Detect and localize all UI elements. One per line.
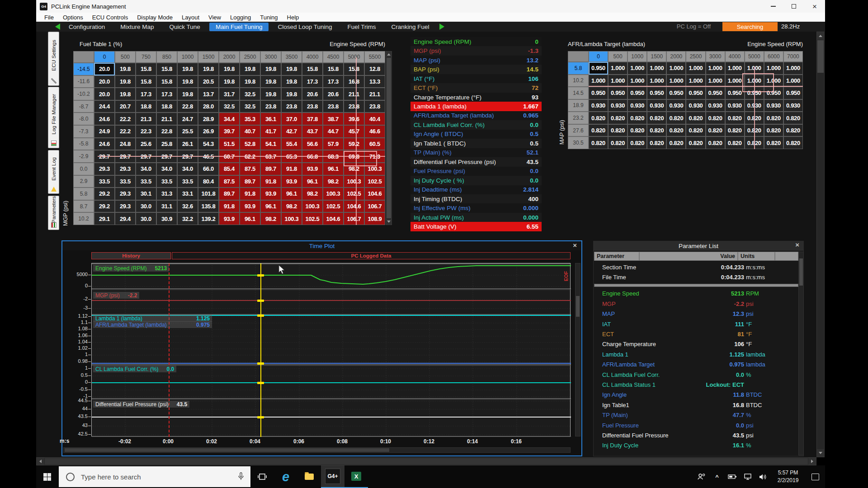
table-cell[interactable]: 1.000 xyxy=(686,75,705,87)
table-cell[interactable]: 66.0 xyxy=(198,163,219,175)
param-row-ign-angle[interactable]: Ign Angle11.8BTDC xyxy=(594,390,798,400)
table-cell[interactable]: 29.3 xyxy=(94,163,115,175)
table-cell[interactable]: 0.930 xyxy=(686,99,705,112)
table-cell[interactable]: 1.000 xyxy=(627,62,647,75)
column-header-3000[interactable]: 3000 xyxy=(706,51,725,62)
table-cell[interactable]: 30.0 xyxy=(136,200,156,213)
column-header-4500[interactable]: 4500 xyxy=(323,51,344,63)
table-cell[interactable]: 1.000 xyxy=(666,75,686,87)
table-cell[interactable]: 0.820 xyxy=(608,112,627,124)
sidebar-tab-ecu-settings[interactable]: ECU Settings xyxy=(48,32,59,86)
table-cell[interactable]: 21.1 xyxy=(364,88,385,100)
runtime-row-batt-voltage-v[interactable]: Batt Voltage (V)6.55 xyxy=(410,222,542,231)
table-cell[interactable]: 40.7 xyxy=(240,125,260,138)
table-corner-cell[interactable] xyxy=(568,51,589,62)
table-cell[interactable]: 20.6 xyxy=(302,88,323,100)
table-cell[interactable]: 32.5 xyxy=(219,100,240,113)
runtime-row-ign-angle-btdc[interactable]: Ign Angle ( BTDC)0.5 xyxy=(410,130,542,139)
table-cell[interactable]: 30.0 xyxy=(136,212,156,225)
table-cell[interactable]: 20.0 xyxy=(94,88,115,100)
column-header-1000[interactable]: 1000 xyxy=(177,51,198,63)
runtime-row-iat-f[interactable]: IAT (°F)106 xyxy=(410,74,542,83)
table-cell[interactable]: 0.820 xyxy=(608,124,627,137)
table-cell[interactable]: 13.3 xyxy=(364,75,385,88)
tab-quick-tune[interactable]: Quick Tune xyxy=(163,23,207,31)
table-cell[interactable]: 0.820 xyxy=(706,136,725,149)
table-cell[interactable]: 19.8 xyxy=(240,75,260,88)
table-cell[interactable]: 34.0 xyxy=(156,163,177,175)
table-cell[interactable]: 39.7 xyxy=(219,125,240,138)
search-input[interactable]: Type here to search xyxy=(59,466,250,487)
table-cell[interactable]: 18.8 xyxy=(136,100,156,113)
time-plot-hscrollbar[interactable] xyxy=(63,447,571,453)
column-header-5000[interactable]: 5000 xyxy=(745,51,764,62)
row-header--11.6[interactable]: -11.6 xyxy=(73,75,94,88)
tab-configuration[interactable]: Configuration xyxy=(62,23,111,31)
table-cell[interactable]: 24.8 xyxy=(115,138,136,150)
column-header-2000[interactable]: 2000 xyxy=(219,51,240,63)
table-cell[interactable]: 15.8 xyxy=(156,75,177,88)
table-cell[interactable]: 0.820 xyxy=(589,112,608,124)
table-cell[interactable]: 31.1 xyxy=(156,200,177,213)
table-cell[interactable]: 89.7 xyxy=(260,163,281,175)
runtime-row-afr-lambda-target-lambda[interactable]: AFR/Lambda Target (lambda)0.965 xyxy=(410,111,542,120)
table-cell[interactable]: 135.8 xyxy=(198,200,219,213)
table-cell[interactable]: 20.5 xyxy=(198,75,219,88)
table-cell[interactable]: 32.2 xyxy=(177,212,198,225)
row-header--7.3[interactable]: -7.3 xyxy=(73,125,94,138)
table-cell[interactable]: 0.820 xyxy=(783,136,803,149)
table-cell[interactable]: 101.8 xyxy=(198,188,219,200)
table-cell[interactable]: 32.5 xyxy=(240,100,260,113)
column-header-7000[interactable]: 7000 xyxy=(783,51,803,62)
pc-logged-data-bar[interactable]: PC Logged Data xyxy=(172,252,571,259)
runtime-row-lambda-1-lambda[interactable]: Lambda 1 (lambda)1.667 xyxy=(410,102,542,111)
volume-tray-button[interactable] xyxy=(755,465,771,488)
table-cell[interactable]: 0.820 xyxy=(627,112,647,124)
tab-cranking-fuel[interactable]: Cranking Fuel xyxy=(385,23,436,31)
table-cell[interactable]: 23.8 xyxy=(323,100,344,113)
table-cell[interactable]: 0.820 xyxy=(725,124,745,137)
table-cell[interactable]: 104.6 xyxy=(364,188,385,200)
table-cell[interactable]: 0.820 xyxy=(627,124,647,137)
table-cell[interactable]: 1.000 xyxy=(783,62,803,75)
runtime-row-differential-fuel-pressure-psi[interactable]: Differential Fuel Pressure (psi)43.5 xyxy=(410,157,542,166)
runtime-row-mgp-psi[interactable]: MGP (psi)-1.3 xyxy=(410,46,542,55)
table-cell[interactable]: 18.8 xyxy=(156,100,177,113)
table-cell[interactable]: 29.2 xyxy=(94,200,115,213)
table-cell[interactable]: 21.1 xyxy=(344,88,364,100)
edge-button[interactable]: e xyxy=(274,465,297,488)
row-header-10.2[interactable]: 10.2 xyxy=(568,75,589,87)
restore-button[interactable] xyxy=(783,0,804,13)
table-cell[interactable]: 28.0 xyxy=(198,100,219,113)
tab-mixture-map[interactable]: Mixture Map xyxy=(114,23,160,31)
column-header-5500[interactable]: 5500 xyxy=(364,51,385,63)
table-cell[interactable]: 1.000 xyxy=(706,75,725,87)
table-cell[interactable]: 0.820 xyxy=(647,112,666,124)
table-cell[interactable]: 23.8 xyxy=(260,100,281,113)
column-header-850[interactable]: 850 xyxy=(156,51,177,63)
table-cell[interactable]: 0.820 xyxy=(589,124,608,137)
param-row-iat[interactable]: IAT111°F xyxy=(594,319,798,329)
table-cell[interactable]: 23.8 xyxy=(281,100,302,113)
table-cell[interactable]: 1.000 xyxy=(647,75,666,87)
row-header--5.8[interactable]: -5.8 xyxy=(73,138,94,150)
table-cell[interactable]: 54.1 xyxy=(260,138,281,150)
people-tray-button[interactable] xyxy=(694,465,709,488)
table-cell[interactable]: 28.9 xyxy=(198,113,219,125)
table-cell[interactable]: 0.820 xyxy=(706,112,725,124)
pc-log-status[interactable]: PC Log = Off xyxy=(656,23,711,30)
table-cell[interactable]: 0.820 xyxy=(647,124,666,137)
table-cell[interactable]: 19.8 xyxy=(198,63,219,75)
param-row-mgp[interactable]: MGP-2.2psi xyxy=(594,299,798,309)
table-cell[interactable]: 85.4 xyxy=(219,163,240,175)
table-cell[interactable]: 19.8 xyxy=(281,75,302,88)
table-cell[interactable]: 52.8 xyxy=(240,138,260,150)
table-cell[interactable]: 24.4 xyxy=(94,100,115,113)
table-cell[interactable]: 0.820 xyxy=(666,112,686,124)
column-header-4000[interactable]: 4000 xyxy=(302,51,323,63)
table-cell[interactable]: 93.9 xyxy=(260,188,281,200)
table-cell[interactable]: 0.950 xyxy=(783,87,803,99)
table-cell[interactable]: 93.9 xyxy=(281,175,302,188)
table-cell[interactable]: 0.950 xyxy=(608,87,627,99)
param-row-charge-temperature[interactable]: Charge Temperature106°F xyxy=(594,339,798,349)
